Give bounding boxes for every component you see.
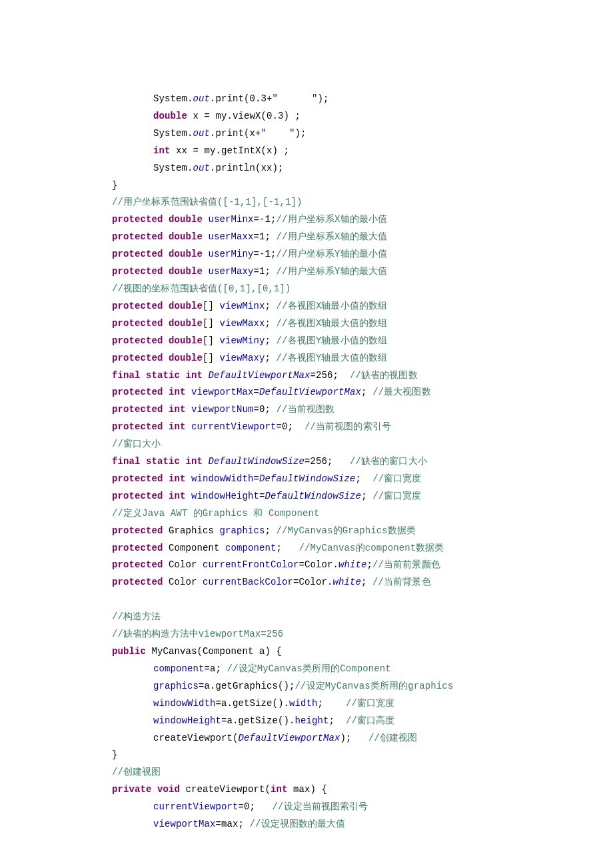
code-token: //各视图Y轴最大值的数组 bbox=[277, 353, 388, 363]
code-token: final static int bbox=[112, 456, 203, 467]
code-token: //最大视图数 bbox=[372, 387, 431, 397]
code-token: protected double bbox=[112, 353, 203, 363]
code-token: viewMaxx bbox=[220, 318, 265, 329]
code-token: Component bbox=[163, 543, 226, 553]
code-line: protected double userMaxy=1; //用户坐标系Y轴的最… bbox=[112, 263, 613, 281]
code-token: = bbox=[254, 473, 260, 484]
code-token: //当前前景颜色 bbox=[372, 559, 440, 570]
code-token: //MyCanvas的Graphics数据类 bbox=[277, 525, 416, 536]
code-token bbox=[203, 231, 209, 242]
code-line: viewportMax=max; //设定视图数的最大值 bbox=[112, 816, 613, 833]
code-token bbox=[112, 594, 118, 605]
code-token bbox=[203, 249, 209, 259]
code-token bbox=[186, 491, 192, 501]
code-line: //用户坐标系范围缺省值([-1,1],[-1,1]) bbox=[112, 194, 613, 211]
code-token: //视图的坐标范围缺省值([0,1],[0,1]) bbox=[112, 283, 291, 294]
code-token: viewMiny bbox=[220, 335, 265, 346]
code-token: protected int bbox=[112, 491, 186, 501]
code-token: userMiny bbox=[209, 249, 254, 259]
code-line: createViewport(DefaultViewportMax); //创建… bbox=[112, 730, 613, 747]
code-line: double x = my.viewX(0.3) ; bbox=[112, 108, 613, 125]
code-token: .print(0.3+ bbox=[210, 93, 273, 104]
code-line: System.out.print(x+" "); bbox=[112, 125, 613, 143]
code-line: windowWidth=a.getSize().width; //窗口宽度 bbox=[112, 695, 613, 713]
code-token: currentFrontColor bbox=[203, 559, 299, 570]
code-token: viewportMax bbox=[153, 819, 216, 829]
code-token: " " bbox=[273, 93, 318, 104]
code-token: System. bbox=[153, 128, 193, 139]
code-line: protected double userMinx=-1;//用户坐标系X轴的最… bbox=[112, 211, 613, 229]
code-line: protected double[] viewMinx; //各视图X轴最小值的… bbox=[112, 298, 613, 315]
code-token: public bbox=[112, 646, 146, 657]
code-token: //设定视图数的最大值 bbox=[250, 819, 346, 829]
code-line: final static int DefaultWindowSize=256; … bbox=[112, 453, 613, 471]
code-token: //各视图X轴最小值的数组 bbox=[277, 301, 388, 311]
code-token: currentViewport bbox=[153, 801, 239, 812]
code-token: private void bbox=[112, 784, 180, 795]
code-token: protected int bbox=[112, 421, 186, 432]
code-token: windowWidth bbox=[191, 473, 254, 484]
code-token: viewMinx bbox=[220, 301, 265, 311]
code-token: DefaultViewportMax bbox=[209, 370, 310, 381]
code-token: DefaultViewportMax bbox=[259, 387, 361, 397]
code-token: DefaultViewportMax bbox=[239, 733, 340, 743]
code-token: width bbox=[289, 698, 318, 709]
code-token: //当前视图数 bbox=[277, 404, 335, 415]
code-token: =256; bbox=[310, 370, 350, 381]
code-line bbox=[112, 591, 613, 609]
code-token: protected int bbox=[112, 404, 186, 415]
code-line: protected double[] viewMaxy; //各视图Y轴最大值的… bbox=[112, 350, 613, 367]
code-line: protected int viewportMax=DefaultViewpor… bbox=[112, 384, 613, 401]
code-token: protected bbox=[112, 577, 163, 587]
code-line: System.out.println(xx); bbox=[112, 160, 613, 177]
code-token: //用户坐标系范围缺省值([-1,1],[-1,1]) bbox=[112, 197, 303, 207]
code-line: final static int DefaultViewportMax=256;… bbox=[112, 367, 613, 385]
code-token: x = my.viewX(0.3) ; bbox=[187, 111, 301, 121]
code-line: //定义Java AWT 的Graphics 和 Component bbox=[112, 505, 613, 523]
code-line: protected int viewportNum=0; //当前视图数 bbox=[112, 401, 613, 419]
code-token: //创建视图 bbox=[112, 767, 161, 777]
code-token: =Color. bbox=[299, 559, 339, 570]
code-token: //构造方法 bbox=[112, 611, 161, 622]
code-token: //当前背景色 bbox=[372, 577, 431, 587]
code-token: ; bbox=[361, 387, 372, 397]
code-token: [] bbox=[203, 301, 220, 311]
code-token: //设定MyCanvas类所用的Component bbox=[227, 663, 391, 674]
code-token: max) { bbox=[288, 784, 328, 795]
code-token: windowHeight bbox=[153, 715, 221, 726]
code-token: =Color. bbox=[293, 577, 333, 587]
code-line: int xx = my.getIntX(x) ; bbox=[112, 143, 613, 160]
code-token: =0; bbox=[239, 801, 273, 812]
code-token: ; bbox=[361, 491, 372, 501]
code-line: private void createViewport(int max) { bbox=[112, 781, 613, 799]
code-token: ); bbox=[295, 128, 306, 139]
code-token: component bbox=[153, 663, 205, 674]
code-token: //缺省的视图数 bbox=[350, 370, 418, 381]
code-token: int bbox=[153, 145, 171, 156]
code-token: int bbox=[271, 784, 288, 795]
code-token: protected bbox=[112, 543, 163, 553]
code-token: white bbox=[333, 577, 362, 587]
code-token bbox=[203, 266, 209, 277]
code-token: //窗口宽度 bbox=[372, 491, 421, 501]
code-line: windowHeight=a.getSize().height; //窗口高度 bbox=[112, 713, 613, 730]
code-token: windowHeight bbox=[191, 491, 259, 501]
code-token: MyCanvas(Component a) { bbox=[146, 646, 282, 657]
code-line: protected int windowWidth=DefaultWindowS… bbox=[112, 471, 613, 488]
code-token: //MyCanvas的component数据类 bbox=[299, 543, 444, 553]
code-token: xx = my.getIntX(x) ; bbox=[171, 145, 290, 156]
code-token: .println(xx); bbox=[210, 163, 284, 173]
code-line: protected Graphics graphics; //MyCanvas的… bbox=[112, 523, 613, 540]
code-token: //窗口高度 bbox=[346, 715, 394, 726]
code-line: protected double userMaxx=1; //用户坐标系X轴的最… bbox=[112, 229, 613, 246]
code-token: protected double bbox=[112, 249, 203, 259]
code-line: //缺省的构造方法中viewportMax=256 bbox=[112, 626, 613, 643]
code-token: //设定当前视图索引号 bbox=[273, 801, 368, 812]
code-document: System.out.print(0.3+" ");double x = my.… bbox=[0, 0, 613, 868]
code-token bbox=[203, 370, 209, 381]
code-line: //窗口大小 bbox=[112, 436, 613, 453]
code-token: viewportMax bbox=[191, 387, 254, 397]
code-token bbox=[203, 456, 209, 467]
code-token: .print(x+ bbox=[210, 128, 261, 139]
code-line: //创建视图 bbox=[112, 764, 613, 781]
